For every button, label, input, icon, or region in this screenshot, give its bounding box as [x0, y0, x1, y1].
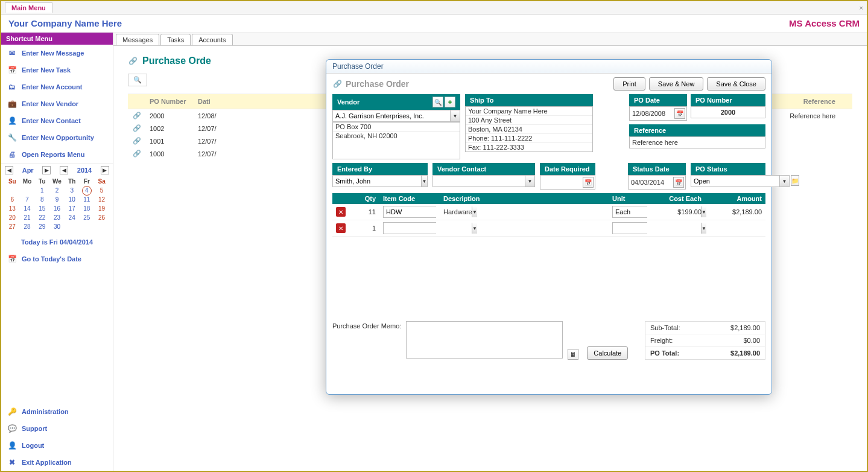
sidebar-item-logout[interactable]: 👤Logout — [1, 437, 113, 454]
tab-tasks[interactable]: Tasks — [160, 34, 191, 45]
cal-next-month-button[interactable]: ▶ — [42, 166, 51, 174]
sidebar-item-new-contact[interactable]: 👤Enter New Contact — [1, 112, 113, 129]
calendar-day[interactable]: 28 — [20, 222, 35, 231]
support-icon: 💬 — [7, 424, 17, 433]
unit-cell[interactable]: ▼ — [609, 204, 651, 220]
calendar-day[interactable]: 15 — [34, 204, 49, 213]
sidebar-item-exit[interactable]: ✖Exit Application — [1, 454, 113, 471]
sidebar-item-new-vendor[interactable]: 💼Enter New Vendor — [1, 95, 113, 112]
cost-cell[interactable]: $199.00 — [651, 206, 705, 217]
calendar-day[interactable]: 8 — [34, 195, 49, 204]
cal-prev-year-button[interactable]: ◀ — [60, 166, 68, 174]
calendar-day[interactable]: 13 — [5, 204, 20, 213]
vendor-contact-input[interactable] — [433, 176, 525, 187]
calendar-day[interactable]: 26 — [94, 213, 109, 222]
vendor-company-input[interactable] — [333, 110, 450, 121]
code-cell[interactable]: ▼ — [379, 220, 440, 236]
calendar-day[interactable]: 19 — [94, 204, 109, 213]
reference-value[interactable]: Reference here — [629, 136, 765, 148]
calculate-button[interactable]: Calculate — [587, 346, 628, 360]
entered-by-input[interactable] — [333, 176, 421, 187]
calendar-day[interactable]: 10 — [65, 195, 80, 204]
desc-cell[interactable] — [440, 226, 609, 230]
sidebar-item-new-account[interactable]: 🗂Enter New Account — [1, 78, 113, 95]
qty-cell[interactable]: 1 — [349, 223, 379, 234]
sidebar-item-new-opportunity[interactable]: 🔧Enter New Opportunity — [1, 129, 113, 146]
main-menu-tab[interactable]: Main Menu — [5, 2, 52, 13]
qty-cell[interactable]: 11 — [349, 206, 379, 217]
date-required-picker-button[interactable]: 📅 — [583, 177, 594, 188]
main-content: Messages Tasks Accounts 🔗Purchase Orde 🔍… — [113, 33, 867, 471]
calendar-day — [65, 222, 80, 231]
sidebar-item-admin[interactable]: 🔑Administration — [1, 403, 113, 420]
print-button[interactable]: Print — [613, 77, 645, 91]
status-date-picker-button[interactable]: 📅 — [673, 177, 684, 188]
calendar-day[interactable]: 27 — [5, 222, 20, 231]
po-search-box[interactable]: 🔍 — [128, 74, 147, 86]
sidebar-item-label: Open Reports Menu — [22, 151, 85, 158]
calendar-day[interactable]: 24 — [65, 213, 80, 222]
sidebar-title: Shortcut Menu — [1, 33, 113, 45]
calendar-day[interactable]: 14 — [20, 204, 35, 213]
calendar-day[interactable]: 29 — [34, 222, 49, 231]
memo-textarea[interactable] — [406, 321, 563, 359]
dropdown-icon[interactable]: ▼ — [421, 176, 427, 187]
vendor-search-button[interactable]: 🔍 — [432, 97, 443, 107]
desc-cell[interactable]: Hardware — [440, 206, 609, 217]
sidebar-item-reports[interactable]: 🖨Open Reports Menu — [1, 146, 113, 163]
calendar-day[interactable]: 12 — [94, 195, 109, 204]
po-status-edit-button[interactable]: 📁 — [791, 175, 799, 186]
sidebar-item-label: Logout — [22, 442, 44, 449]
item-grid-row[interactable]: ✕11▼Hardware▼$199.00$2,189.00 — [332, 204, 765, 220]
delete-row-button[interactable]: ✕ — [336, 223, 346, 233]
unit-cell[interactable]: ▼ — [609, 220, 651, 236]
app-close-icon[interactable]: × — [860, 4, 863, 11]
entered-by-combo[interactable]: ▼ — [332, 175, 428, 187]
vendor-combo[interactable]: ▼ — [332, 110, 460, 122]
calendar-day[interactable]: 18 — [80, 204, 95, 213]
save-close-button[interactable]: Save & Close — [707, 77, 765, 91]
cal-next-year-button[interactable]: ▶ — [101, 166, 109, 174]
po-date-cell: 12/07/ — [198, 150, 252, 158]
calendar-day[interactable]: 9 — [49, 195, 65, 204]
vendor-contact-combo[interactable]: ▼ — [432, 175, 535, 187]
vendor-add-button[interactable]: ＋ — [445, 97, 455, 107]
tab-messages[interactable]: Messages — [116, 34, 159, 45]
calendar-day[interactable]: 22 — [34, 213, 49, 222]
calendar-day[interactable]: 11 — [80, 195, 95, 204]
calendar-day[interactable]: 7 — [20, 195, 35, 204]
delete-row-button[interactable]: ✕ — [336, 207, 346, 217]
po-status-input[interactable] — [691, 176, 779, 187]
code-cell[interactable]: ▼ — [379, 204, 440, 220]
save-new-button[interactable]: Save & New — [649, 77, 704, 91]
po-date-picker-button[interactable]: 📅 — [674, 108, 685, 119]
calendar-day[interactable]: 23 — [49, 213, 65, 222]
company-title: Your Company Name Here — [8, 18, 122, 28]
sidebar-item-new-task[interactable]: 📅Enter New Task — [1, 62, 113, 78]
item-grid-row[interactable]: ✕1▼▼ — [332, 220, 765, 237]
dropdown-icon[interactable]: ▼ — [779, 176, 789, 187]
goto-today-button[interactable]: 📅Go to Today's Date — [1, 250, 113, 267]
calendar-day[interactable]: 20 — [5, 213, 20, 222]
dropdown-icon[interactable]: ▼ — [525, 176, 534, 187]
tab-accounts[interactable]: Accounts — [192, 34, 232, 45]
dropdown-icon[interactable]: ▼ — [450, 110, 460, 121]
calendar-day[interactable]: 30 — [49, 222, 65, 231]
calendar-day[interactable]: 1 — [34, 186, 49, 195]
calendar-day[interactable]: 3 — [65, 186, 80, 195]
cal-prev-month-button[interactable]: ◀ — [5, 166, 13, 174]
calendar-day[interactable]: 25 — [80, 213, 95, 222]
cost-cell[interactable] — [651, 226, 705, 230]
calendar-day — [20, 186, 35, 195]
calendar-day[interactable]: 2 — [49, 186, 65, 195]
po-status-combo[interactable]: ▼ — [691, 175, 790, 187]
sidebar-item-support[interactable]: 💬Support — [1, 420, 113, 437]
calendar-day[interactable]: 4 — [80, 186, 95, 195]
calendar-day[interactable]: 5 — [94, 186, 109, 195]
calendar-day[interactable]: 17 — [65, 204, 80, 213]
purchase-order-icon: 🔗 — [128, 56, 138, 66]
calendar-day[interactable]: 6 — [5, 195, 20, 204]
calendar-day[interactable]: 16 — [49, 204, 65, 213]
sidebar-item-new-message[interactable]: ✉Enter New Message — [1, 45, 113, 62]
calendar-day[interactable]: 21 — [20, 213, 35, 222]
